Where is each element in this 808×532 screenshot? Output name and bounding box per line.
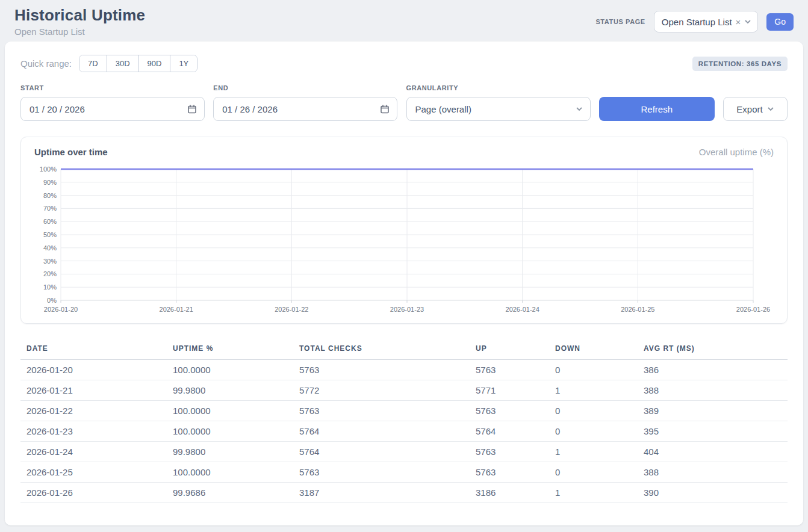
quick-range-row: Quick range: 7D30D90D1Y RETENTION: 365 D… bbox=[20, 55, 788, 72]
table-cell: 5771 bbox=[470, 380, 549, 401]
table-cell: 5764 bbox=[293, 421, 470, 442]
filter-form: START 01 / 20 / 2026 END 01 / 26 / 2026 … bbox=[20, 84, 788, 121]
quick-range-left: Quick range: 7D30D90D1Y bbox=[20, 55, 197, 72]
column-header: UP bbox=[470, 338, 549, 360]
svg-text:2026-01-21: 2026-01-21 bbox=[160, 306, 193, 313]
table-row: 2026-01-2699.9686318731861390 bbox=[20, 483, 788, 503]
column-header: DATE bbox=[20, 338, 167, 360]
table-cell: 100.0000 bbox=[167, 462, 293, 483]
table-cell: 2026-01-22 bbox=[20, 401, 167, 421]
quick-range-1y[interactable]: 1Y bbox=[170, 55, 197, 72]
granularity-select[interactable]: Page (overall) bbox=[406, 97, 591, 121]
top-bar: Historical Uptime Open Startup List STAT… bbox=[0, 0, 808, 42]
table-cell: 0 bbox=[549, 401, 638, 421]
svg-text:50%: 50% bbox=[43, 231, 57, 238]
table-cell: 386 bbox=[638, 360, 788, 380]
table-cell: 395 bbox=[638, 421, 788, 442]
status-page-selector[interactable]: Open Startup List × bbox=[654, 11, 759, 32]
table-cell: 99.9686 bbox=[167, 483, 293, 503]
end-field: END 01 / 26 / 2026 bbox=[213, 84, 397, 121]
column-header: UPTIME % bbox=[167, 338, 293, 360]
table-cell: 0 bbox=[549, 462, 638, 483]
table-cell: 2026-01-24 bbox=[20, 442, 167, 462]
svg-text:100%: 100% bbox=[40, 165, 57, 173]
svg-text:40%: 40% bbox=[43, 244, 57, 252]
table-cell: 5763 bbox=[293, 462, 470, 483]
svg-text:20%: 20% bbox=[43, 270, 57, 277]
svg-text:2026-01-23: 2026-01-23 bbox=[390, 306, 424, 313]
table-cell: 1 bbox=[549, 483, 638, 503]
table-cell: 404 bbox=[638, 442, 788, 462]
column-header: TOTAL CHECKS bbox=[293, 338, 470, 360]
table-cell: 5763 bbox=[293, 360, 470, 380]
refresh-button[interactable]: Refresh bbox=[599, 97, 715, 121]
chevron-down-icon bbox=[744, 18, 751, 25]
table-row: 2026-01-20100.0000576357630386 bbox=[20, 360, 788, 380]
export-button[interactable]: Export bbox=[723, 97, 788, 121]
uptime-table: DATEUPTIME %TOTAL CHECKSUPDOWNAVG RT (MS… bbox=[20, 338, 788, 503]
quick-range-7d[interactable]: 7D bbox=[79, 55, 107, 72]
end-date-input[interactable]: 01 / 26 / 2026 bbox=[213, 97, 397, 121]
retention-badge: RETENTION: 365 DAYS bbox=[692, 57, 788, 71]
table-body: 2026-01-20100.00005763576303862026-01-21… bbox=[20, 360, 788, 503]
quick-range-label: Quick range: bbox=[20, 58, 72, 69]
start-label: START bbox=[20, 84, 205, 91]
table-cell: 5763 bbox=[470, 442, 549, 462]
svg-text:30%: 30% bbox=[43, 258, 57, 265]
table-cell: 5772 bbox=[293, 380, 470, 401]
table-header-row: DATEUPTIME %TOTAL CHECKSUPDOWNAVG RT (MS… bbox=[20, 338, 788, 360]
table-row: 2026-01-23100.0000576457640395 bbox=[20, 421, 788, 442]
svg-text:2026-01-22: 2026-01-22 bbox=[275, 306, 308, 313]
table-row: 2026-01-25100.0000576357630388 bbox=[20, 462, 788, 483]
page-title: Historical Uptime bbox=[14, 6, 145, 25]
table-cell: 1 bbox=[549, 442, 638, 462]
start-field: START 01 / 20 / 2026 bbox=[20, 84, 205, 121]
column-header: AVG RT (MS) bbox=[638, 338, 788, 360]
calendar-icon[interactable] bbox=[187, 104, 197, 114]
export-button-label: Export bbox=[736, 104, 762, 114]
svg-text:10%: 10% bbox=[43, 283, 57, 291]
main-card: Quick range: 7D30D90D1Y RETENTION: 365 D… bbox=[5, 42, 803, 525]
go-button[interactable]: Go bbox=[766, 13, 794, 31]
page-subtitle: Open Startup List bbox=[14, 26, 145, 37]
quick-range-group: 7D30D90D1Y bbox=[79, 55, 197, 72]
granularity-field: GRANULARITY Page (overall) bbox=[406, 84, 591, 121]
chart-card: Uptime over time Overall uptime (%) 0%10… bbox=[20, 137, 788, 324]
table-row: 2026-01-22100.0000576357630389 bbox=[20, 401, 788, 421]
chart-legend: Overall uptime (%) bbox=[699, 147, 774, 157]
table-cell: 2026-01-21 bbox=[20, 380, 167, 401]
calendar-icon[interactable] bbox=[380, 104, 390, 114]
end-label: END bbox=[213, 84, 397, 91]
svg-text:2026-01-20: 2026-01-20 bbox=[44, 306, 78, 313]
table-cell: 2026-01-20 bbox=[20, 360, 167, 380]
table-cell: 5763 bbox=[293, 401, 470, 421]
table-cell: 2026-01-23 bbox=[20, 421, 167, 442]
clear-icon[interactable]: × bbox=[736, 17, 741, 27]
svg-text:2026-01-24: 2026-01-24 bbox=[506, 306, 539, 313]
table-cell: 5764 bbox=[470, 421, 549, 442]
chevron-down-icon bbox=[767, 105, 774, 113]
quick-range-90d[interactable]: 90D bbox=[138, 55, 170, 72]
svg-text:70%: 70% bbox=[43, 205, 57, 212]
table-cell: 388 bbox=[638, 462, 788, 483]
svg-text:0%: 0% bbox=[47, 297, 57, 304]
table-cell: 100.0000 bbox=[167, 360, 293, 380]
svg-text:2026-01-26: 2026-01-26 bbox=[736, 306, 770, 313]
table-cell: 99.9800 bbox=[167, 380, 293, 401]
svg-text:60%: 60% bbox=[43, 218, 57, 225]
table-cell: 3187 bbox=[293, 483, 470, 503]
header-controls: STATUS PAGE Open Startup List × Go bbox=[595, 11, 794, 32]
table-cell: 5763 bbox=[470, 462, 549, 483]
granularity-label: GRANULARITY bbox=[406, 84, 591, 91]
table-cell: 0 bbox=[549, 360, 638, 380]
table-cell: 5763 bbox=[470, 401, 549, 421]
table-cell: 0 bbox=[549, 421, 638, 442]
table-cell: 100.0000 bbox=[167, 401, 293, 421]
status-page-label: STATUS PAGE bbox=[595, 18, 645, 25]
quick-range-30d[interactable]: 30D bbox=[107, 55, 138, 72]
table-cell: 100.0000 bbox=[167, 421, 293, 442]
start-date-value: 01 / 20 / 2026 bbox=[30, 104, 85, 114]
title-block: Historical Uptime Open Startup List bbox=[14, 6, 145, 37]
table-cell: 2026-01-25 bbox=[20, 462, 167, 483]
start-date-input[interactable]: 01 / 20 / 2026 bbox=[20, 97, 205, 121]
